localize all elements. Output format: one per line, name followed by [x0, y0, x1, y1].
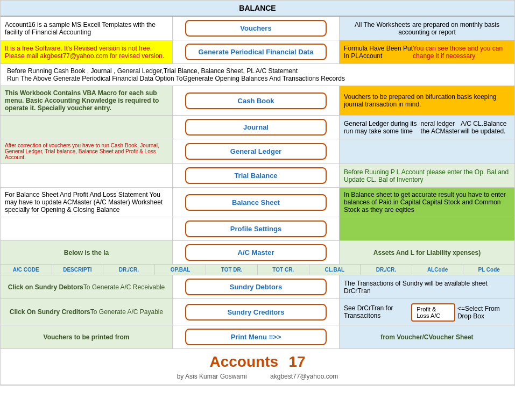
balance-sheet-button[interactable]: Balance Sheet — [185, 194, 327, 211]
cell-bs-right: In Balance sheet to get accurate result … — [340, 188, 514, 217]
cell-generate-btn: Generate Periodical Financial Data — [173, 40, 340, 63]
header-title: BALANCE — [5, 4, 510, 12]
cell-bs-btn: Balance Sheet — [173, 188, 340, 217]
cell-sundry-creditors-right: See DrCrTran for Transacitons Profit & L… — [340, 299, 514, 325]
acmaster-right-text: Assets And L for Liability xpenses) — [373, 249, 481, 257]
sundry-debtors-left-line2: To Generate A/C Receivable — [83, 283, 165, 291]
print-menu-left-text: Vouchers to be printed from — [44, 333, 130, 341]
trial-balance-button[interactable]: Trial Balance — [185, 167, 327, 184]
cell-cashbook-right: Vouchers to be prepared on bifurcation b… — [340, 86, 514, 115]
header-row: BALANCE — [1, 1, 514, 17]
cashbook-button[interactable]: Cash Book — [185, 92, 327, 109]
cell-sundry-creditors-btn: Sundry Creditors — [173, 299, 340, 325]
row-sundry-debtors: Click on Sundry Debtors To Generate A/C … — [1, 275, 514, 299]
footer: Accounts 17 by Asis Kumar Goswami akgbes… — [1, 349, 514, 385]
cell-free-software: It is a free Software. It's Revised vers… — [1, 40, 173, 63]
cell-print-menu-right: from Voucher/CVoucher Sheet — [340, 325, 514, 348]
row-before-running: Before Running Cash Book , Journal , Gen… — [1, 64, 514, 86]
cell-ps-right — [340, 217, 514, 240]
row-acmaster-label: Below is the la A/C Master Assets And L … — [1, 241, 514, 265]
row-balance-sheet: For Balance Sheet And Profit And Loss St… — [1, 188, 514, 217]
formula-line2: You can see those and you can change it … — [413, 45, 510, 60]
row-general-ledger: After correction of vouchers you have to… — [1, 139, 514, 164]
sundry-creditors-dropdown-label: <=Select From Drop Box — [457, 305, 510, 320]
bs-right-text: In Balance sheet to get accurate result … — [344, 191, 510, 213]
cell-bs-left: For Balance Sheet And Profit And Loss St… — [1, 188, 173, 217]
print-menu-right-text: from Voucher/CVoucher Sheet — [380, 333, 473, 341]
vouchers-button[interactable]: Vouchers — [185, 20, 327, 37]
col-clbal: CL.BAL — [309, 265, 361, 275]
cashbook-right-text: Vouchers to be prepared on bifurcation b… — [344, 93, 510, 108]
cell-worksheets-info: All The Worksheets are prepared on month… — [340, 17, 514, 40]
acmaster-left-text: Below is the la — [64, 249, 109, 257]
print-menu-button[interactable]: Print Menu =>> — [185, 329, 327, 345]
cell-sundry-debtors-right: The Transactions of Sundry will be avail… — [340, 275, 514, 298]
journal-button[interactable]: Journal — [185, 119, 327, 136]
sundry-debtors-button[interactable]: Sundry Debtors — [185, 279, 327, 295]
cell-tb-btn: Trial Balance — [173, 164, 340, 187]
acmaster-button[interactable]: A/C Master — [185, 244, 327, 261]
footer-email: akgbest77@yahoo.com — [270, 373, 338, 380]
free-software-text: It is a free Software. It's Revised vers… — [5, 45, 168, 60]
cashbook-left-text: This Workbook Contains VBA Macro for eac… — [5, 89, 168, 112]
col-accode: A/C CODE — [1, 265, 52, 275]
cell-gl-right — [340, 139, 514, 163]
worksheets-text: All The Worksheets are prepared on month… — [344, 21, 510, 36]
col-plcode: PL Code — [463, 265, 514, 275]
cell-cashbook-left: This Workbook Contains VBA Macro for eac… — [1, 86, 173, 115]
sundry-creditors-button[interactable]: Sundry Creditors — [185, 304, 327, 321]
col-drcr: DR./CR. — [103, 265, 155, 275]
row-cashbook: This Workbook Contains VBA Macro for eac… — [1, 86, 514, 116]
cell-acmaster-btn: A/C Master — [173, 241, 340, 264]
cell-vouchers-btn: Vouchers — [173, 17, 340, 40]
col-totcr: TOT CR. — [258, 265, 309, 275]
col-opbal: OP.BAL — [155, 265, 207, 275]
sundry-creditors-left-line1: Click On Sundry Creditors — [10, 308, 90, 316]
cell-account16-info: Account16 is a sample MS Excell Template… — [1, 17, 173, 40]
cell-acmaster-left: Below is the la — [1, 241, 173, 264]
cell-journal-btn: Journal — [173, 116, 340, 139]
cell-acmaster-right: Assets And L for Liability xpenses) — [340, 241, 514, 264]
cell-ps-left — [1, 217, 173, 240]
row-journal: Journal General Ledger during its run ma… — [1, 116, 514, 139]
col-totdr: TOT DR. — [206, 265, 258, 275]
before-running-line1: Before Running Cash Book , Journal , Gen… — [7, 67, 298, 75]
footer-title: Accounts — [209, 353, 278, 370]
cell-journal-right: General Ledger during its run may take s… — [340, 116, 514, 139]
cell-cashbook-btn: Cash Book — [173, 86, 340, 115]
generate-periodical-button[interactable]: Generate Periodical Financial Data — [185, 44, 327, 60]
cell-sundry-debtors-btn: Sundry Debtors — [173, 275, 340, 298]
tb-right-text: Before Ruuning P L Account please enter … — [344, 168, 510, 183]
footer-author: by Asis Kumar Goswami — [177, 373, 247, 380]
col-alcode: ALCode — [412, 265, 464, 275]
cell-gl-btn: General Ledger — [173, 139, 340, 163]
sundry-creditors-left-line2: To Generate A/C Payable — [90, 308, 163, 316]
col-descripti: DESCRIPTI — [52, 265, 104, 275]
row-sundry-creditors: Click On Sundry Creditors To Generate A/… — [1, 299, 514, 325]
journal-right-line3: A/C CL.Balance will be updated. — [461, 120, 510, 135]
main-container: BALANCE Account16 is a sample MS Excell … — [0, 0, 515, 386]
bs-left-text: For Balance Sheet And Profit And Loss St… — [5, 191, 168, 213]
before-running-line2: Run The Above Generate Periodical Financ… — [7, 75, 345, 82]
profile-settings-button[interactable]: Profile Settings — [185, 220, 327, 237]
formula-line1: Formula Have Been Put In PLAccount — [344, 45, 413, 60]
cell-sundry-creditors-left: Click On Sundry Creditors To Generate A/… — [1, 299, 173, 325]
row-profile-settings: Profile Settings — [1, 217, 514, 241]
col-drcr2: DR./CR. — [361, 265, 412, 275]
acmaster-cols-header: A/C CODE DESCRIPTI DR./CR. OP.BAL TOT DR… — [1, 265, 514, 275]
before-running-text: Before Running Cash Book , Journal , Gen… — [1, 64, 514, 86]
journal-right-line1: General Ledger during its run may take s… — [344, 120, 421, 135]
cell-gl-left: After correction of vouchers you have to… — [1, 139, 173, 163]
gl-left-text: After correction of vouchers you have to… — [5, 143, 168, 160]
cell-formula-info: Formula Have Been Put In PLAccount You c… — [340, 40, 514, 63]
journal-right-line2: neral ledger the ACMaster — [421, 120, 461, 135]
account16-text: Account16 is a sample MS Excell Template… — [5, 21, 168, 36]
sundry-debtors-right-text: The Transactions of Sundry will be avail… — [344, 280, 510, 295]
sundry-debtors-left-line1: Click on Sundry Debtors — [8, 283, 83, 291]
row-vouchers: Account16 is a sample MS Excell Template… — [1, 17, 514, 40]
general-ledger-button[interactable]: General Ledger — [185, 143, 327, 160]
profit-loss-box[interactable]: Profit & Loss A/C — [411, 303, 455, 322]
footer-number: 17 — [288, 353, 305, 370]
cell-print-menu-left: Vouchers to be printed from — [1, 325, 173, 348]
cell-journal-left — [1, 116, 173, 139]
